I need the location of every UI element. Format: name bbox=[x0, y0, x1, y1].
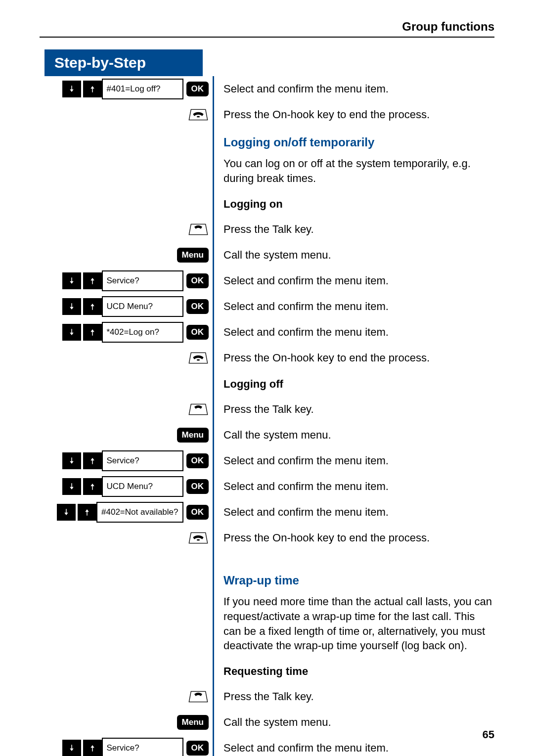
row: Press the On-hook key to end the process… bbox=[40, 102, 494, 128]
row: Logging on bbox=[40, 191, 494, 217]
row-left: UCD Menu?OK bbox=[40, 296, 213, 317]
row-left: UCD Menu?OK bbox=[40, 476, 213, 497]
row-right: If you need more time than the actual ca… bbox=[213, 592, 494, 658]
content-rows: #401=Log off?OKSelect and confirm the me… bbox=[40, 76, 494, 756]
row: *402=Log on?OKSelect and confirm the men… bbox=[40, 319, 494, 345]
display-text: UCD Menu? bbox=[102, 476, 183, 497]
page: Group functions Step-by-Step #401=Log of… bbox=[0, 0, 534, 756]
display-text: #402=Not available? bbox=[96, 502, 183, 523]
arrow-down-icon bbox=[62, 298, 81, 315]
display-text: Service? bbox=[102, 738, 183, 756]
row-text: Wrap-up time bbox=[223, 574, 299, 587]
row: Service?OKSelect and confirm the menu it… bbox=[40, 735, 494, 756]
onhook-key-icon bbox=[188, 350, 209, 366]
row-text: Call the system menu. bbox=[223, 429, 331, 441]
row-right: Select and confirm the menu item. bbox=[213, 479, 494, 494]
nav-block: Service? bbox=[62, 738, 183, 756]
row-right: Press the Talk key. bbox=[213, 402, 494, 417]
nav-block: UCD Menu? bbox=[62, 296, 183, 317]
arrow-up-icon bbox=[83, 324, 102, 341]
row-text: Call the system menu. bbox=[223, 249, 331, 261]
nav-block: Service? bbox=[62, 450, 183, 471]
arrow-down-icon bbox=[57, 504, 76, 521]
row: MenuCall the system menu. bbox=[40, 710, 494, 735]
row-left: Service?OK bbox=[40, 450, 213, 471]
row-right: Press the On-hook key to end the process… bbox=[213, 351, 494, 365]
nav-block: #401=Log off? bbox=[62, 79, 183, 99]
row-text: Select and confirm the menu item. bbox=[223, 454, 389, 467]
nav-block: *402=Log on? bbox=[62, 322, 183, 343]
row: UCD Menu?OKSelect and confirm the menu i… bbox=[40, 294, 494, 319]
row: Logging off bbox=[40, 371, 494, 397]
row-right: Logging off bbox=[213, 374, 494, 394]
ok-badge: OK bbox=[186, 479, 209, 494]
row-left bbox=[40, 350, 213, 366]
row: MenuCall the system menu. bbox=[40, 422, 494, 448]
row: Press the Talk key. bbox=[40, 684, 494, 710]
row-right: Call the system menu. bbox=[213, 248, 494, 263]
arrow-up-icon bbox=[83, 272, 102, 289]
talk-key-icon bbox=[188, 401, 209, 418]
onhook-key-icon bbox=[188, 106, 209, 123]
row-right: Select and confirm the menu item. bbox=[213, 453, 494, 468]
onhook-key-icon bbox=[188, 530, 209, 546]
row: #401=Log off?OKSelect and confirm the me… bbox=[40, 76, 494, 102]
row: MenuCall the system menu. bbox=[40, 242, 494, 268]
arrow-up-icon bbox=[83, 81, 102, 97]
row-text: Requesting time bbox=[223, 665, 308, 677]
row-left bbox=[40, 688, 213, 705]
row: #402=Not available?OKSelect and confirm … bbox=[40, 499, 494, 525]
row: Requesting time bbox=[40, 658, 494, 684]
spacer bbox=[40, 551, 494, 566]
display-text: Service? bbox=[102, 450, 183, 471]
row-right: Press the On-hook key to end the process… bbox=[213, 531, 494, 545]
row-text: Press the On-hook key to end the process… bbox=[223, 108, 430, 121]
row: Service?OKSelect and confirm the menu it… bbox=[40, 268, 494, 294]
row-right: Select and confirm the menu item. bbox=[213, 505, 494, 520]
row: Wrap-up time bbox=[40, 566, 494, 592]
row-left bbox=[40, 106, 213, 123]
row-right: Requesting time bbox=[213, 661, 494, 681]
ok-badge: OK bbox=[186, 82, 209, 96]
nav-block: #402=Not available? bbox=[57, 502, 183, 523]
menu-badge: Menu bbox=[177, 715, 209, 730]
arrow-up-icon bbox=[83, 452, 102, 469]
row-text: Select and confirm the menu item. bbox=[223, 326, 389, 338]
display-text: UCD Menu? bbox=[102, 296, 183, 317]
row-left: Service?OK bbox=[40, 738, 213, 756]
row-left: #402=Not available?OK bbox=[40, 502, 213, 523]
arrow-down-icon bbox=[62, 740, 81, 756]
row-text: Press the Talk key. bbox=[223, 223, 314, 235]
menu-badge: Menu bbox=[177, 248, 209, 263]
row-text: Press the Talk key. bbox=[223, 403, 314, 415]
row: Press the Talk key. bbox=[40, 217, 494, 242]
column-divider bbox=[213, 76, 214, 756]
arrow-down-icon bbox=[62, 452, 81, 469]
row-left: Service?OK bbox=[40, 270, 213, 291]
page-number: 65 bbox=[483, 728, 494, 741]
arrow-up-icon bbox=[83, 298, 102, 315]
row-text: You can log on or off at the system temp… bbox=[223, 157, 471, 184]
ok-badge: OK bbox=[186, 273, 209, 288]
row-right: Press the Talk key. bbox=[213, 689, 494, 704]
ok-badge: OK bbox=[186, 741, 209, 756]
row: Service?OKSelect and confirm the menu it… bbox=[40, 448, 494, 474]
row-text: Logging on bbox=[223, 198, 283, 210]
row-left bbox=[40, 530, 213, 546]
arrow-down-icon bbox=[62, 272, 81, 289]
row-right: Select and confirm the menu item. bbox=[213, 273, 494, 288]
row-text: Call the system menu. bbox=[223, 716, 331, 728]
row-right: Logging on/off temporarily bbox=[213, 128, 494, 154]
ok-badge: OK bbox=[186, 505, 209, 520]
row-text: Select and confirm the menu item. bbox=[223, 742, 389, 754]
arrow-down-icon bbox=[62, 324, 81, 341]
header-title: Group functions bbox=[402, 20, 494, 34]
row: Press the On-hook key to end the process… bbox=[40, 525, 494, 551]
row-text: If you need more time than the actual ca… bbox=[223, 595, 492, 652]
row-text: Logging on/off temporarily bbox=[223, 135, 374, 149]
menu-badge: Menu bbox=[177, 428, 209, 443]
row-left: *402=Log on?OK bbox=[40, 322, 213, 343]
row-text: Logging off bbox=[223, 378, 283, 390]
display-text: *402=Log on? bbox=[102, 322, 183, 343]
row-text: Select and confirm the menu item. bbox=[223, 506, 389, 518]
